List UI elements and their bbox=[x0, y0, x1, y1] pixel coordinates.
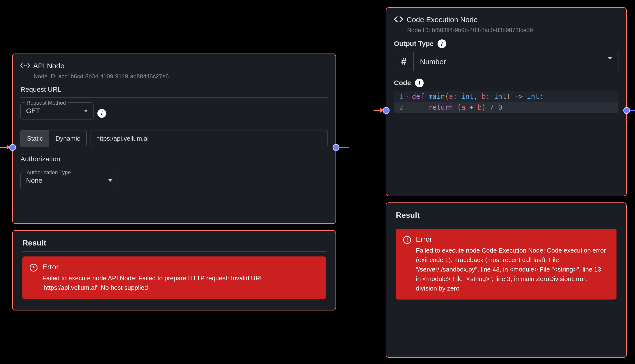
api-node-card: API Node Node ID: acc1b6cd-8b34-4109-914… bbox=[12, 54, 336, 224]
code-icon bbox=[394, 16, 403, 24]
chevron-down-icon bbox=[108, 179, 112, 182]
input-port[interactable] bbox=[9, 144, 16, 151]
auth-type-select[interactable]: Authorization Type None bbox=[21, 172, 118, 189]
auth-type-legend: Authorization Type bbox=[25, 169, 73, 176]
result-heading: Result bbox=[396, 211, 616, 220]
svg-point-1 bbox=[26, 65, 27, 66]
info-icon[interactable]: i bbox=[97, 109, 106, 118]
connector-line bbox=[339, 146, 349, 149]
error-message: Failed to execute node Code Execution No… bbox=[416, 246, 609, 293]
divider bbox=[21, 167, 328, 167]
auth-type-value: None bbox=[26, 177, 42, 184]
code-node-card: Code Execution Node Node ID: bf503ff4-9b… bbox=[386, 7, 627, 196]
code-content: def main(a: int, b: int) -> int: bbox=[412, 91, 543, 102]
tab-dynamic[interactable]: Dynamic bbox=[49, 130, 87, 147]
divider bbox=[396, 224, 616, 224]
api-node-title: API Node bbox=[33, 62, 64, 70]
output-type-select[interactable]: # Number bbox=[394, 52, 618, 71]
error-icon: ! bbox=[30, 264, 38, 272]
divider bbox=[21, 97, 328, 98]
error-title: Error bbox=[416, 235, 609, 243]
output-port[interactable] bbox=[623, 107, 630, 114]
line-number: 2 bbox=[394, 102, 406, 113]
result-heading: Result bbox=[23, 238, 326, 248]
svg-point-0 bbox=[24, 65, 25, 66]
api-result-card: Result ! Error Failed to execute node AP… bbox=[12, 230, 336, 310]
line-number: 1 bbox=[394, 91, 406, 102]
error-title: Error bbox=[42, 263, 318, 271]
chevron-down-icon bbox=[84, 110, 88, 112]
request-method-legend: Request Method bbox=[25, 100, 68, 106]
chevron-down-icon bbox=[602, 60, 618, 64]
connector-line bbox=[630, 109, 635, 112]
code-label: Code i bbox=[394, 78, 618, 87]
info-icon[interactable]: i bbox=[437, 40, 446, 48]
request-method-value: GET bbox=[26, 107, 40, 115]
code-node-title: Code Execution Node bbox=[407, 16, 478, 24]
code-editor[interactable]: 1 ⌄ def main(a: int, b: int) -> int: 2 r… bbox=[394, 91, 618, 113]
output-type-label: Output Type i bbox=[394, 40, 618, 48]
api-node-id: Node ID: acc1b6cd-8b34-4109-9149-ad88446… bbox=[34, 73, 328, 80]
info-icon[interactable]: i bbox=[415, 78, 424, 87]
code-result-card: Result ! Error Failed to execute node Co… bbox=[386, 202, 627, 358]
request-method-select[interactable]: Request Method GET bbox=[21, 102, 94, 120]
code-node-id: Node ID: bf503ff4-9b9b-40ff-8ac0-83b9873… bbox=[407, 27, 618, 34]
output-port[interactable] bbox=[333, 144, 339, 151]
fold-icon[interactable]: ⌄ bbox=[406, 91, 412, 102]
divider bbox=[23, 251, 326, 252]
request-url-label: Request URL bbox=[21, 86, 328, 94]
error-box: ! Error Failed to execute node Code Exec… bbox=[396, 229, 616, 300]
error-icon: ! bbox=[403, 236, 411, 244]
api-node-header: API Node bbox=[21, 62, 328, 70]
authorization-label: Authorization bbox=[21, 155, 328, 163]
code-content: return (a + b) / 0 bbox=[412, 102, 502, 113]
code-node-header: Code Execution Node bbox=[394, 16, 618, 24]
url-mode-toggle: Static Dynamic bbox=[21, 130, 87, 147]
error-box: ! Error Failed to execute node API Node:… bbox=[23, 256, 326, 299]
tab-static[interactable]: Static bbox=[21, 130, 49, 147]
input-port[interactable] bbox=[383, 107, 390, 114]
api-icon bbox=[21, 62, 30, 70]
url-input[interactable] bbox=[91, 130, 328, 147]
output-type-value: Number bbox=[414, 53, 602, 70]
hash-icon: # bbox=[394, 52, 414, 71]
error-message: Failed to execute node API Node: Failed … bbox=[42, 274, 318, 292]
